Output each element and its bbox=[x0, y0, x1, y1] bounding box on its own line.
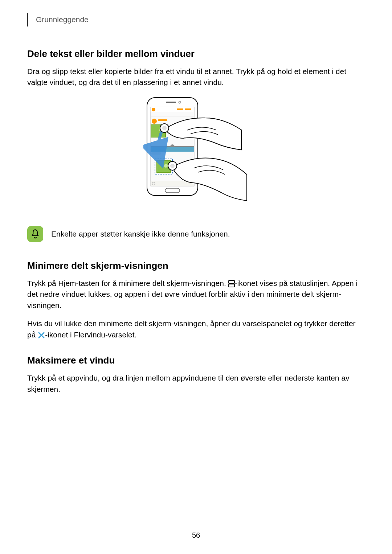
svg-point-26 bbox=[162, 126, 167, 130]
svg-rect-11 bbox=[158, 119, 167, 121]
text-minimize-p2: Hvis du vil lukke den minimerte delt skj… bbox=[27, 318, 365, 340]
header-section-label: Grunnleggende bbox=[36, 15, 89, 24]
section-share: Dele tekst eller bilder mellom vinduer D… bbox=[27, 48, 365, 242]
note-text: Enkelte apper støtter kanskje ikke denne… bbox=[51, 230, 230, 238]
note-row: Enkelte apper støtter kanskje ikke denne… bbox=[27, 226, 365, 242]
phone-gesture-illustration bbox=[143, 95, 249, 212]
svg-point-28 bbox=[170, 164, 175, 168]
text-minimize-p1a: Trykk på Hjem-tasten for å minimere delt… bbox=[27, 279, 228, 287]
heading-minimize: Minimere delt skjerm-visningen bbox=[27, 260, 365, 271]
svg-point-6 bbox=[152, 108, 155, 111]
text-minimize-p1: Trykk på Hjem-tasten for å minimere delt… bbox=[27, 278, 365, 311]
section-maximize: Maksimere et vindu Trykk på et appvindu,… bbox=[27, 355, 365, 395]
close-x-icon bbox=[38, 332, 45, 339]
svg-rect-2 bbox=[166, 102, 176, 103]
svg-rect-7 bbox=[177, 108, 183, 110]
header-rule bbox=[27, 13, 28, 26]
svg-rect-30 bbox=[229, 284, 234, 287]
page-header: Grunnleggende bbox=[27, 13, 365, 26]
text-minimize-p2b: -ikonet i Flervindu-varselet. bbox=[45, 331, 136, 339]
heading-share: Dele tekst eller bilder mellom vinduer bbox=[27, 48, 365, 59]
section-minimize: Minimere delt skjerm-visningen Trykk på … bbox=[27, 260, 365, 340]
svg-rect-8 bbox=[185, 108, 191, 110]
splitscreen-icon bbox=[228, 280, 235, 287]
bell-icon bbox=[27, 226, 43, 242]
text-share-body: Dra og slipp tekst eller kopierte bilder… bbox=[27, 66, 365, 88]
page-number: 56 bbox=[0, 531, 392, 539]
svg-point-10 bbox=[152, 119, 157, 124]
text-maximize-body: Trykk på et appvindu, og dra linjen mell… bbox=[27, 373, 365, 395]
heading-maximize: Maksimere et vindu bbox=[27, 355, 365, 366]
svg-rect-29 bbox=[229, 280, 234, 283]
illustration-drag-drop bbox=[27, 95, 365, 212]
document-page: Grunnleggende Dele tekst eller bilder me… bbox=[0, 0, 392, 424]
svg-point-22 bbox=[164, 164, 168, 168]
